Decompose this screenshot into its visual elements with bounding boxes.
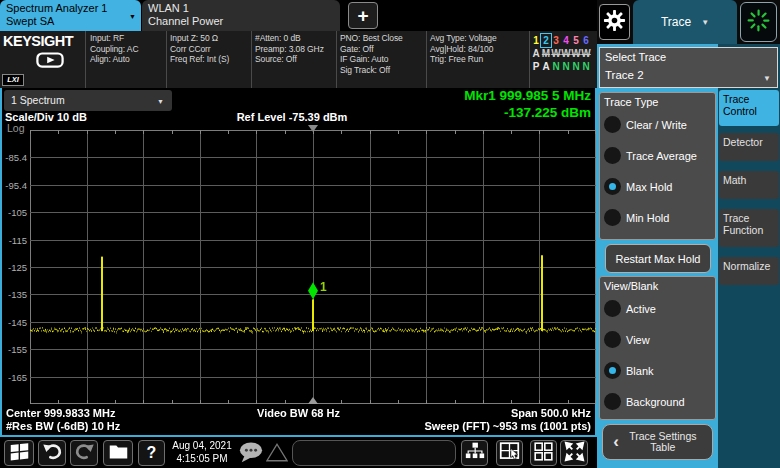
- radio-option-label: Trace Average: [626, 150, 697, 162]
- header-annotation: Avg|Hold: 84/100: [430, 44, 529, 55]
- file-button[interactable]: [103, 440, 133, 466]
- select-trace-dropdown[interactable]: Select Trace Trace 2 ▼: [599, 47, 778, 88]
- measurement-activity-button[interactable]: [740, 2, 777, 42]
- busy-spinner-icon: [745, 7, 772, 38]
- radio-button-icon: [604, 178, 621, 195]
- radio-option-trace-average[interactable]: Trace Average: [600, 140, 715, 171]
- header-annotation: Avg Type: Voltage: [430, 33, 529, 44]
- header-annotation: Coupling: AC: [90, 44, 166, 55]
- y-axis-labels: -85.4-95.4-105-115-125-135-145-155-165: [2, 130, 28, 404]
- trace-detector-letter: P: [531, 60, 541, 73]
- tab-subtitle: Swept SA: [6, 15, 133, 28]
- radio-option-label: Blank: [626, 365, 654, 377]
- annotation-row-2: #Res BW (-6dB) 10 Hz Sweep (FFT) ~953 ms…: [2, 420, 595, 433]
- subtab-trace-control[interactable]: Trace Control: [719, 90, 779, 126]
- radio-option-min-hold[interactable]: Min Hold: [600, 202, 715, 233]
- header-column: PNO: Best CloseGate: OffIF Gain: AutoSig…: [337, 31, 427, 88]
- chevron-down-icon: ▼: [157, 91, 164, 112]
- radio-option-label: Active: [626, 303, 656, 315]
- sequencer-button[interactable]: [461, 440, 488, 466]
- header-column: Avg Type: VoltageAvg|Hold: 84/100Trig: F…: [427, 31, 530, 88]
- subtab-trace-function[interactable]: Trace Function: [719, 209, 779, 247]
- tab-title: WLAN 1: [148, 2, 332, 15]
- fullscreen-button[interactable]: [560, 440, 588, 466]
- y-axis-tick-label: -135: [1, 289, 27, 300]
- res-bw-annotation[interactable]: #Res BW (-6dB) 10 Hz: [6, 420, 120, 432]
- y-axis-tick-label: -165: [1, 372, 27, 383]
- select-window-button[interactable]: [496, 440, 523, 466]
- help-icon: ?: [147, 444, 157, 462]
- subtab-math[interactable]: Math: [719, 171, 779, 199]
- trace-status-row: AMWWWW: [531, 47, 597, 60]
- chevron-down-icon: ▼: [129, 13, 136, 20]
- window-pointer-icon: [499, 441, 520, 466]
- settings-annotation-columns: Input: RFCoupling: ACAlign: AutoInput Z:…: [87, 31, 530, 88]
- tab-subtitle: Channel Power: [148, 15, 332, 28]
- ref-level-label[interactable]: Ref Level -75.39 dBm: [142, 111, 442, 123]
- messages-bubble-icon[interactable]: [238, 441, 264, 468]
- message-area[interactable]: [292, 440, 456, 466]
- trace-settings-table-button[interactable]: ‹ Trace Settings Table: [602, 424, 713, 460]
- video-bw-annotation[interactable]: Video BW 68 Hz: [2, 407, 595, 419]
- subtab-detector[interactable]: Detector: [719, 133, 779, 161]
- help-button[interactable]: ?: [138, 440, 165, 466]
- trace-type-letter: W: [581, 47, 591, 60]
- radio-button-icon: [604, 300, 621, 317]
- menu-title-dropdown[interactable]: Trace ▼: [633, 0, 737, 44]
- subtab-normalize[interactable]: Normalize: [719, 257, 779, 285]
- trace-status-block[interactable]: 123456AMWWWWPANNNN: [531, 34, 597, 73]
- chevron-down-icon: ▼: [701, 18, 709, 27]
- grid-layout-icon: [533, 441, 554, 466]
- radio-option-background[interactable]: Background: [600, 386, 715, 417]
- system-settings-button[interactable]: [599, 4, 630, 40]
- window-selector-dropdown[interactable]: 1 Spectrum ▼: [4, 90, 172, 111]
- header-column: Input Z: 50 ΩCorr CCorrFreq Ref: Int (S): [167, 31, 252, 88]
- header-annotation: Input Z: 50 Ω: [170, 33, 251, 44]
- radio-button-icon: [604, 147, 621, 164]
- header-annotation: PNO: Best Close: [340, 33, 426, 44]
- undo-button[interactable]: [38, 440, 66, 466]
- menu-panel: Trace ControlDetectorMathTrace FunctionN…: [597, 0, 780, 468]
- keysight-logo: KEYSIGHT: [3, 33, 73, 49]
- radio-option-label: Min Hold: [626, 212, 669, 224]
- redo-button[interactable]: [70, 440, 98, 466]
- datetime-display[interactable]: Aug 04, 2021 4:15:05 PM: [167, 440, 237, 465]
- radio-option-label: Clear / Write: [626, 119, 687, 131]
- time-text: 4:15:05 PM: [167, 453, 237, 466]
- radio-option-max-hold[interactable]: Max Hold: [600, 171, 715, 202]
- header-annotation: Input: RF: [90, 33, 166, 44]
- spectrum-plot[interactable]: [30, 130, 596, 404]
- radio-option-active[interactable]: Active: [600, 293, 715, 324]
- expand-arrows-icon: [564, 441, 585, 466]
- trace-number: 5: [571, 34, 581, 47]
- date-text: Aug 04, 2021: [167, 440, 237, 453]
- header-annotation: Corr CCorr: [170, 44, 251, 55]
- marker-amplitude-readout: -137.225 dBm: [504, 105, 591, 120]
- keysight-logo-block: KEYSIGHT LXI: [0, 31, 86, 88]
- tab-wlan[interactable]: WLAN 1 Channel Power: [142, 0, 340, 31]
- radio-option-blank[interactable]: Blank: [600, 355, 715, 386]
- trace-number: 2: [541, 34, 551, 47]
- header-annotation: Preamp: 3.08 GHz: [255, 44, 336, 55]
- sweep-annotation[interactable]: Sweep (FFT) ~953 ms (1001 pts): [424, 420, 591, 432]
- span-annotation[interactable]: Span 500.0 kHz: [511, 407, 591, 419]
- radio-option-view[interactable]: View: [600, 324, 715, 355]
- chevron-left-icon: ‹: [613, 437, 619, 447]
- y-axis-tick-label: -155: [1, 344, 27, 355]
- tab-spectrum-analyzer[interactable]: Spectrum Analyzer 1 Swept SA ▼: [0, 0, 141, 31]
- system-menu-button[interactable]: [4, 440, 34, 466]
- header-annotation: Sig Track: Off: [340, 65, 426, 76]
- select-trace-value: Trace 2: [605, 69, 644, 81]
- trace-detector-letter: A: [541, 60, 551, 73]
- view-blank-group: View/BlankActiveViewBlankBackground: [599, 276, 716, 420]
- trace-type-letter: W: [571, 47, 581, 60]
- radio-option-clear-write[interactable]: Clear / Write: [600, 109, 715, 140]
- restart-max-hold-button[interactable]: Restart Max Hold: [605, 244, 711, 273]
- trace-detector-letter: N: [571, 60, 581, 73]
- header-annotation: #Atten: 0 dB: [255, 33, 336, 44]
- menu-title-label: Trace: [661, 15, 691, 29]
- window-layout-button[interactable]: [530, 440, 557, 466]
- add-tab-button[interactable]: +: [348, 2, 378, 29]
- chevron-down-icon: ▼: [763, 74, 771, 83]
- center-frequency-marker-icon: [308, 397, 318, 404]
